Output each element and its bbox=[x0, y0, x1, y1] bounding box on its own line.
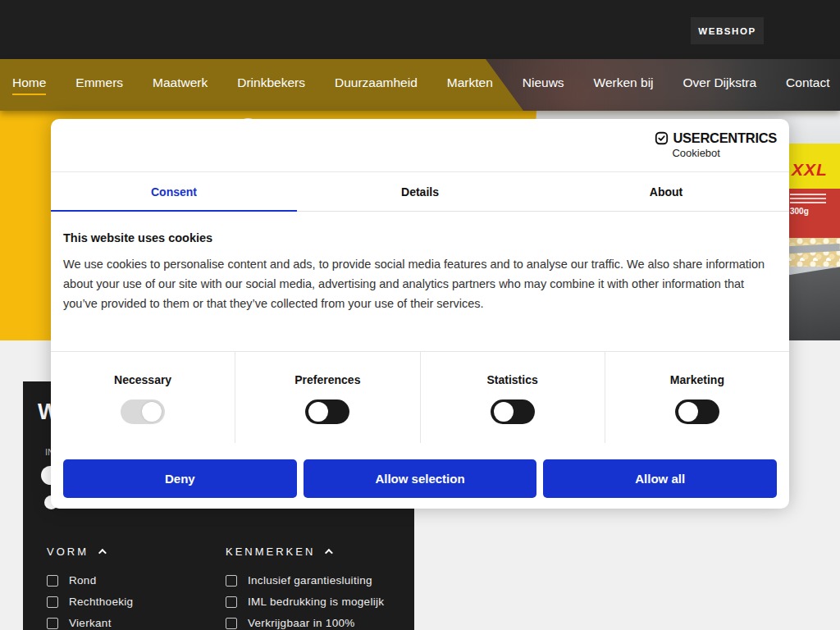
category-preferences: Preferences bbox=[235, 352, 420, 443]
dialog-buttons: Deny Allow selection Allow all bbox=[63, 459, 777, 498]
top-bar: WEBSHOP bbox=[0, 0, 840, 59]
filter-option-rechthoekig[interactable]: Rechthoekig bbox=[47, 596, 226, 608]
cookie-consent-dialog: USERCENTRICS Cookiebot Consent Details A… bbox=[51, 119, 789, 509]
nav-item-contact[interactable]: Contact bbox=[786, 75, 829, 95]
filter-group-title: VORM bbox=[47, 546, 89, 558]
allow-selection-button[interactable]: Allow selection bbox=[304, 459, 537, 498]
checkbox-icon[interactable] bbox=[47, 575, 58, 587]
filter-option-label: Verkrijgbaar in 100% bbox=[248, 617, 355, 629]
filter-group-vorm-header[interactable]: VORM bbox=[47, 546, 226, 558]
category-necessary: Necessary bbox=[51, 352, 235, 443]
dialog-header: USERCENTRICS Cookiebot bbox=[51, 119, 789, 171]
package-text-line bbox=[790, 194, 826, 195]
usercentrics-cookiebot-logo: USERCENTRICS Cookiebot bbox=[655, 130, 777, 159]
filter-option-label: Inclusief garantiesluiting bbox=[248, 574, 372, 587]
checkbox-icon[interactable] bbox=[47, 618, 58, 629]
filter-option-verkrijgbaar-100[interactable]: Verkrijgbaar in 100% bbox=[226, 617, 406, 629]
chevron-up-icon bbox=[325, 549, 333, 557]
package-text-line bbox=[790, 198, 826, 199]
filter-group-kenmerken: KENMERKEN Inclusief garantiesluiting IML… bbox=[226, 546, 406, 630]
toggle-necessary[interactable] bbox=[121, 399, 165, 424]
main-nav: Home Emmers Maatwerk Drinkbekers Duurzaa… bbox=[0, 59, 840, 111]
tab-details[interactable]: Details bbox=[297, 172, 543, 211]
nav-item-over-dijkstra[interactable]: Over Dijkstra bbox=[683, 75, 757, 95]
tab-consent[interactable]: Consent bbox=[51, 172, 297, 211]
filter-group-title: KENMERKEN bbox=[226, 546, 315, 558]
tab-about[interactable]: About bbox=[543, 172, 789, 211]
filter-option-garantiesluiting[interactable]: Inclusief garantiesluiting bbox=[226, 574, 406, 587]
filter-option-vierkant[interactable]: Vierkant bbox=[47, 617, 226, 629]
package-red-band: 300g bbox=[783, 189, 840, 238]
brand-product: Cookiebot bbox=[672, 147, 777, 159]
category-statistics: Statistics bbox=[421, 352, 605, 443]
nav-item-werken-bij[interactable]: Werken bij bbox=[594, 75, 654, 95]
nav-item-markten[interactable]: Markten bbox=[447, 75, 493, 95]
category-label: Preferences bbox=[235, 373, 419, 386]
filter-option-label: IML bedrukking is mogelijk bbox=[248, 596, 384, 608]
filter-panel-text-partial: IN bbox=[45, 447, 51, 457]
filter-option-label: Rechthoekig bbox=[69, 596, 133, 608]
checkbox-icon[interactable] bbox=[226, 618, 237, 629]
filter-option-label: Vierkant bbox=[69, 617, 112, 629]
allow-all-button[interactable]: Allow all bbox=[543, 459, 777, 498]
nav-item-duurzaamheid[interactable]: Duurzaamheid bbox=[335, 75, 418, 95]
package-text-line bbox=[790, 202, 826, 203]
category-label: Necessary bbox=[51, 373, 235, 386]
checkbox-icon[interactable] bbox=[226, 575, 237, 587]
filter-option-rond[interactable]: Rond bbox=[47, 574, 226, 587]
chevron-up-icon bbox=[98, 549, 107, 557]
toggle-knob bbox=[142, 402, 162, 422]
toggle-knob bbox=[494, 402, 514, 422]
nav-items: Home Emmers Maatwerk Drinkbekers Duurzaa… bbox=[0, 59, 840, 111]
nav-item-emmers[interactable]: Emmers bbox=[75, 75, 123, 95]
package-weight: 300g bbox=[790, 207, 840, 216]
toggle-statistics[interactable] bbox=[491, 399, 535, 424]
toggle-knob bbox=[678, 402, 698, 422]
page: WEBSHOP Home Emmers Maatwerk Drinkbekers… bbox=[0, 0, 840, 630]
category-marketing: Marketing bbox=[605, 352, 789, 443]
consent-categories: Necessary Preferences Statistics Marketi… bbox=[51, 351, 789, 443]
toggle-marketing[interactable] bbox=[675, 399, 719, 424]
checkbox-icon[interactable] bbox=[226, 596, 237, 608]
category-label: Marketing bbox=[605, 373, 789, 386]
filter-group-kenmerken-header[interactable]: KENMERKEN bbox=[226, 546, 406, 558]
nav-item-nieuws[interactable]: Nieuws bbox=[523, 75, 564, 95]
brand-name: USERCENTRICS bbox=[673, 130, 777, 146]
dialog-body: This website uses cookies We use cookies… bbox=[51, 212, 789, 313]
filter-groups: VORM Rond Rechthoekig Vierkant bbox=[23, 546, 414, 630]
filter-group-vorm: VORM Rond Rechthoekig Vierkant bbox=[47, 546, 226, 630]
nav-item-drinkbekers[interactable]: Drinkbekers bbox=[237, 75, 305, 95]
webshop-button[interactable]: WEBSHOP bbox=[691, 17, 764, 44]
shield-check-icon bbox=[655, 131, 669, 145]
package-xxl-label: XXL bbox=[783, 144, 840, 189]
filter-option-label: Rond bbox=[69, 574, 96, 587]
dialog-heading: This website uses cookies bbox=[63, 231, 777, 244]
deny-button[interactable]: Deny bbox=[63, 459, 297, 498]
category-label: Statistics bbox=[421, 373, 605, 386]
checkbox-icon[interactable] bbox=[47, 596, 58, 608]
dialog-description: We use cookies to personalise content an… bbox=[63, 254, 777, 313]
toggle-preferences[interactable] bbox=[305, 399, 349, 424]
nav-item-home[interactable]: Home bbox=[12, 75, 46, 95]
nav-item-maatwerk[interactable]: Maatwerk bbox=[153, 75, 208, 95]
toggle-knob bbox=[308, 402, 328, 422]
dialog-tabs: Consent Details About bbox=[51, 171, 789, 212]
filter-option-iml-bedrukking[interactable]: IML bedrukking is mogelijk bbox=[226, 596, 406, 608]
